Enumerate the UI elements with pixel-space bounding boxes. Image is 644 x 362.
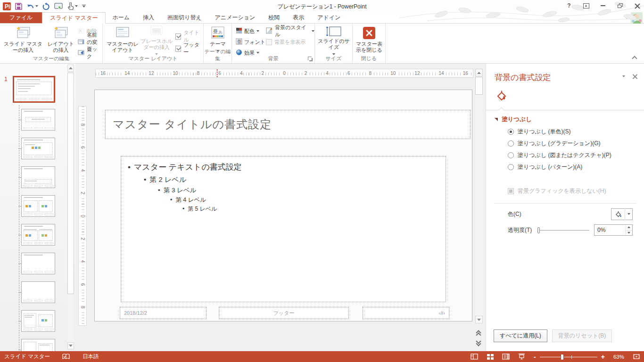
ruler-number: 8 xyxy=(80,121,85,129)
language-status[interactable]: 日本語 xyxy=(83,353,99,360)
slide-thumbnail-master[interactable] xyxy=(13,76,55,103)
fill-color-dropdown[interactable] xyxy=(625,208,632,220)
bullet: • xyxy=(144,173,146,185)
master-layout-button[interactable]: マスターのレイアウト xyxy=(107,25,139,56)
window-controls: ? xyxy=(565,2,641,9)
fill-section-header[interactable]: 塗りつぶし xyxy=(495,115,532,123)
footer-checkbox[interactable]: フッター xyxy=(175,41,203,56)
touch-mode-dropdown-caret[interactable] xyxy=(75,5,78,7)
insert-slide-master-button[interactable]: スライド マスターの挿入 xyxy=(2,25,44,56)
slide-thumbnail-comparison[interactable] xyxy=(21,224,55,246)
undo-button[interactable] xyxy=(26,1,38,11)
insert-layout-button[interactable]: レイアウトの挿入 xyxy=(45,25,76,56)
thumb-scroll-thumb[interactable] xyxy=(67,73,74,294)
fill-option-radio[interactable]: 塗りつぶし (パターン)(A) xyxy=(508,163,611,171)
fill-option-radio[interactable]: 塗りつぶし (グラデーション)(G) xyxy=(508,140,611,148)
title-placeholder[interactable]: マスター タイトルの書式設定 xyxy=(105,110,471,139)
restore-button[interactable] xyxy=(616,2,624,9)
date-placeholder[interactable]: 2018/12/2 xyxy=(120,307,206,319)
zoom-out-button[interactable]: - xyxy=(534,352,536,362)
tab-校閲[interactable]: 校閲 xyxy=(262,12,286,23)
thumbnail-scrollbar[interactable] xyxy=(67,65,74,349)
zoom-percentage[interactable]: 63% xyxy=(613,354,624,360)
tab-ホーム[interactable]: ホーム xyxy=(106,12,136,23)
normal-view-button[interactable] xyxy=(471,351,478,362)
transparency-value[interactable]: 0% xyxy=(594,225,625,235)
close-master-view-button[interactable]: マスター表示を閉じる xyxy=(354,25,385,56)
tab-画面切り替え[interactable]: 画面切り替え xyxy=(161,12,208,23)
scroll-up-arrow[interactable] xyxy=(475,69,483,76)
transparency-slider[interactable] xyxy=(537,227,589,233)
thumb-scroll-down-arrow[interactable] xyxy=(67,342,74,349)
panel-options-caret[interactable] xyxy=(622,75,625,77)
apply-to-all-button[interactable]: すべてに適用(L) xyxy=(494,329,547,342)
fill-option-radio[interactable]: 塗りつぶし (単色)(S) xyxy=(508,128,611,136)
tab-表示[interactable]: 表示 xyxy=(286,12,311,23)
panel-close-icon[interactable] xyxy=(633,74,637,79)
slide-sorter-view-button[interactable] xyxy=(487,351,494,362)
transparency-spinbox[interactable]: 0% xyxy=(594,224,633,236)
close-button[interactable] xyxy=(633,2,641,9)
touch-mouse-mode-button[interactable] xyxy=(67,1,78,11)
theme-fonts-button[interactable]: 亜 フォント xyxy=(236,37,270,47)
fill-option-radio[interactable]: 塗りつぶし (図またはテクスチャ)(P) xyxy=(508,151,611,159)
editor-scrollbar[interactable] xyxy=(475,69,483,346)
background-styles-button[interactable]: 背景のスタイル xyxy=(266,26,314,36)
collapse-ribbon-button[interactable] xyxy=(631,55,638,60)
slide-thumbnail-blank[interactable] xyxy=(21,281,55,303)
undo-dropdown-caret[interactable] xyxy=(35,5,38,7)
start-slideshow-button[interactable] xyxy=(54,1,63,11)
transparency-slider-thumb[interactable] xyxy=(537,227,540,233)
customize-qat-button[interactable] xyxy=(82,1,86,11)
previous-slide-button[interactable] xyxy=(476,329,482,335)
fill-color-button[interactable] xyxy=(611,208,633,220)
slide-size-button[interactable]: スライドのサイズ xyxy=(318,25,350,56)
slide-thumbnail-title-only[interactable] xyxy=(21,253,55,274)
tab-アドイン[interactable]: アドイン xyxy=(311,12,347,23)
slide-number-placeholder[interactable]: ‹#› xyxy=(363,307,449,319)
zoom-slider[interactable] xyxy=(540,354,597,360)
slide-thumbnail-content[interactable] xyxy=(21,138,55,159)
minimize-button[interactable] xyxy=(599,2,607,9)
thumbnail-list: 1 xyxy=(0,64,75,351)
slide-thumbnail-two-content[interactable] xyxy=(21,195,55,217)
tab-file[interactable]: ファイル xyxy=(0,12,42,23)
slide-thumbnail-section[interactable] xyxy=(21,166,55,188)
account-dropdown-caret[interactable] xyxy=(625,17,628,19)
tab-挿入[interactable]: 挿入 xyxy=(136,12,161,23)
slide-thumbnail-picture-caption[interactable] xyxy=(21,339,55,351)
ruler-number: 16 xyxy=(462,69,469,77)
rename-button[interactable]: 名前の変更 xyxy=(78,37,102,47)
ruler-number: 0 xyxy=(80,212,85,220)
fit-slide-to-window-button[interactable] xyxy=(633,351,640,362)
thumb-scroll-up-arrow[interactable] xyxy=(67,65,74,72)
spell-check-icon[interactable] xyxy=(62,351,70,362)
help-button[interactable]: ? xyxy=(565,2,573,9)
ribbon-group-background: 配色 亜 フォント 効果 背景のスタイル 背景を非表示 背景 xyxy=(232,24,315,63)
transparency-spin-up[interactable] xyxy=(626,225,632,230)
zoom-in-button[interactable]: + xyxy=(601,352,605,362)
fill-bucket-icon[interactable] xyxy=(495,90,509,104)
scroll-thumb[interactable] xyxy=(475,77,483,95)
ruler-number: 2 xyxy=(80,189,85,197)
slide-thumbnail-caption[interactable] xyxy=(21,310,55,332)
theme-colors-button[interactable]: 配色 xyxy=(236,26,259,36)
tab-slide-master[interactable]: スライド マスター xyxy=(42,12,106,24)
slide-thumbnail-title[interactable] xyxy=(21,109,55,131)
zoom-slider-thumb[interactable] xyxy=(561,354,564,360)
slideshow-view-button[interactable] xyxy=(518,351,525,362)
body-placeholder[interactable]: •マスター テキストの書式設定•第 2 レベル•第 3 レベル•第 4 レベル•… xyxy=(121,156,446,302)
transparency-spin-down[interactable] xyxy=(626,230,632,236)
redo-button[interactable] xyxy=(42,1,50,11)
slide-master-canvas[interactable]: マスター タイトルの書式設定 •マスター テキストの書式設定•第 2 レベル•第… xyxy=(94,90,472,321)
reading-view-button[interactable] xyxy=(502,351,510,362)
next-slide-button[interactable] xyxy=(476,340,482,346)
ribbon-display-options-button[interactable] xyxy=(582,2,590,9)
scroll-down-arrow[interactable] xyxy=(475,316,483,323)
save-button[interactable] xyxy=(15,1,22,11)
tab-アニメーション[interactable]: アニメーション xyxy=(208,12,262,23)
user-avatar[interactable] xyxy=(631,12,643,24)
ruler-number: 16 xyxy=(99,69,107,77)
ribbon-group-size: スライドのサイズ サイズ xyxy=(315,24,353,63)
footer-placeholder[interactable]: フッター xyxy=(219,307,349,319)
